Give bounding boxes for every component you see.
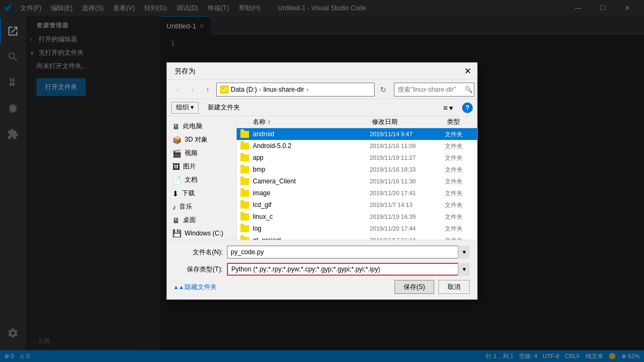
nav-back-button[interactable]: ‹ [171,83,184,96]
file-name: bmp [253,166,370,173]
3d-icon: 📦 [172,136,181,144]
refresh-button[interactable]: ↻ [377,83,390,96]
filetype-input[interactable] [227,263,470,276]
breadcrumb-bar[interactable]: 📁 Data (D:) › linux-share-dir › [216,83,375,97]
file-name: Camera_Client [253,178,370,185]
table-row[interactable]: linux_c2019/11/19 16:39文件夹 [237,211,477,223]
header-name[interactable]: 名称 ↑ [237,117,370,127]
file-type: 文件夹 [445,189,477,197]
file-name: log [253,225,370,232]
filetype-label: 保存类型(T): [174,265,223,274]
new-folder-label: 新建文件夹 [208,103,240,112]
dialog-title: 另存为 [174,67,195,76]
file-type: 文件夹 [445,225,477,233]
table-row[interactable]: bmp2019/11/16 18:33文件夹 [237,164,477,175]
file-type: 文件夹 [445,154,477,162]
toggle-hidden-files[interactable]: ▴ ▴ 隐藏文件夹 [174,283,217,292]
table-row[interactable]: log2019/11/20 17:44文件夹 [237,223,477,234]
music-icon: ♪ [172,203,176,211]
place-label: 文档 [185,175,197,184]
table-row[interactable]: lcd_gif2019/11/7 14:13文件夹 [237,199,477,211]
dialog-overlay: 另存为 ✕ ‹ › ↑ 📁 Data (D:) › linux-share-di… [0,0,644,362]
place-label: 桌面 [183,216,196,225]
file-list: 名称 ↑ 修改日期 类型 android2019/11/14 9:47文件夹An… [237,116,477,240]
file-date: 2019/11/14 9:47 [370,131,445,137]
files-header: 名称 ↑ 修改日期 类型 [237,116,477,128]
places-panel: 🖥 此电脑 📦 3D 对象 🎬 视频 🖼 图片 📄 文档 [167,116,237,240]
folder-icon [237,237,253,240]
file-type: 文件夹 [445,130,477,138]
filename-input[interactable] [227,246,470,258]
filetype-dropdown-btn[interactable]: ▾ [458,263,470,276]
table-row[interactable]: android2019/11/14 9:47文件夹 [237,128,477,140]
this-pc-icon: 🖥 [172,122,180,131]
place-label: 此电脑 [183,122,202,131]
file-name: image [253,189,370,197]
folder-icon [237,225,253,232]
header-date[interactable]: 修改日期 [370,117,445,127]
file-name: Android-5.0.2 [253,142,370,150]
documents-icon: 📄 [172,176,181,184]
view-icon: ≡ [443,104,448,112]
place-desktop[interactable]: 🖥 桌面 [167,213,236,227]
dialog-action-buttons: 保存(S) 取消 [394,280,470,294]
help-button[interactable]: ? [462,102,473,113]
search-icon: 🔍 [465,86,473,93]
place-label: 视频 [185,149,197,158]
table-row[interactable]: Camera_Client2019/11/16 11:30文件夹 [237,175,477,187]
place-label: 3D 对象 [185,135,208,144]
dialog-title-bar: 另存为 ✕ [167,63,477,80]
breadcrumb-folder-icon: 📁 [220,85,229,94]
breadcrumb-part2: linux-share-dir [264,86,304,93]
filename-row: 文件名(N): ▾ [174,246,470,258]
file-name: linux_c [253,213,370,220]
filetype-dropdown: ▾ [227,263,470,276]
place-this-pc[interactable]: 🖥 此电脑 [167,120,236,133]
file-type: 文件夹 [445,237,477,240]
folder-icon [237,213,253,220]
folder-icon [237,154,253,161]
table-row[interactable]: Android-5.0.22019/11/16 11:09文件夹 [237,140,477,152]
table-row[interactable]: qt_project2019/11/17 16:24文件夹 [237,234,477,240]
table-row[interactable]: image2019/11/20 17:41文件夹 [237,187,477,199]
dialog-body: 🖥 此电脑 📦 3D 对象 🎬 视频 🖼 图片 📄 文档 [167,116,477,240]
file-name: android [253,130,370,138]
place-drive-c[interactable]: 💾 Windows (C:) [167,227,236,240]
cancel-button[interactable]: 取消 [438,280,470,294]
dialog-close-button[interactable]: ✕ [462,66,473,77]
drive-c-icon: 💾 [172,229,181,238]
nav-forward-button[interactable]: › [186,83,199,96]
place-label: 音乐 [179,202,192,211]
file-type: 文件夹 [445,178,477,186]
file-name: lcd_gif [253,201,370,209]
filename-dropdown-btn[interactable]: ▾ [458,246,470,258]
place-3d[interactable]: 📦 3D 对象 [167,133,236,146]
new-folder-button[interactable]: 新建文件夹 [203,102,245,114]
view-button[interactable]: ≡ ▾ [438,102,458,114]
organize-label: 组织 ▾ [176,103,194,112]
dialog-nav: ‹ › ↑ 📁 Data (D:) › linux-share-dir › ↻ … [167,80,477,99]
file-type: 文件夹 [445,213,477,221]
file-rows-container: android2019/11/14 9:47文件夹Android-5.0.220… [237,128,477,240]
folder-icon [237,202,253,209]
place-video[interactable]: 🎬 视频 [167,146,236,160]
view-arrow: ▾ [449,104,453,112]
downloads-icon: ⬇ [172,189,179,198]
dialog-bottom-row: ▴ ▴ 隐藏文件夹 保存(S) 取消 [174,280,470,294]
place-downloads[interactable]: ⬇ 下载 [167,187,236,200]
breadcrumb-part1: Data (D:) [231,86,257,93]
save-button[interactable]: 保存(S) [394,280,434,294]
nav-up-button[interactable]: ↑ [201,83,214,96]
save-as-dialog: 另存为 ✕ ‹ › ↑ 📁 Data (D:) › linux-share-di… [166,62,478,300]
table-row[interactable]: app2019/11/19 11:27文件夹 [237,152,477,164]
file-date: 2019/11/16 11:09 [370,143,445,149]
file-date: 2019/11/16 11:30 [370,178,445,184]
place-pictures[interactable]: 🖼 图片 [167,160,236,173]
file-date: 2019/11/16 18:33 [370,166,445,173]
search-input[interactable] [394,83,474,97]
organize-button[interactable]: 组织 ▾ [171,102,199,114]
place-documents[interactable]: 📄 文档 [167,173,236,187]
place-music[interactable]: ♪ 音乐 [167,200,236,213]
header-type: 类型 [445,117,477,127]
folder-icon [237,143,253,150]
